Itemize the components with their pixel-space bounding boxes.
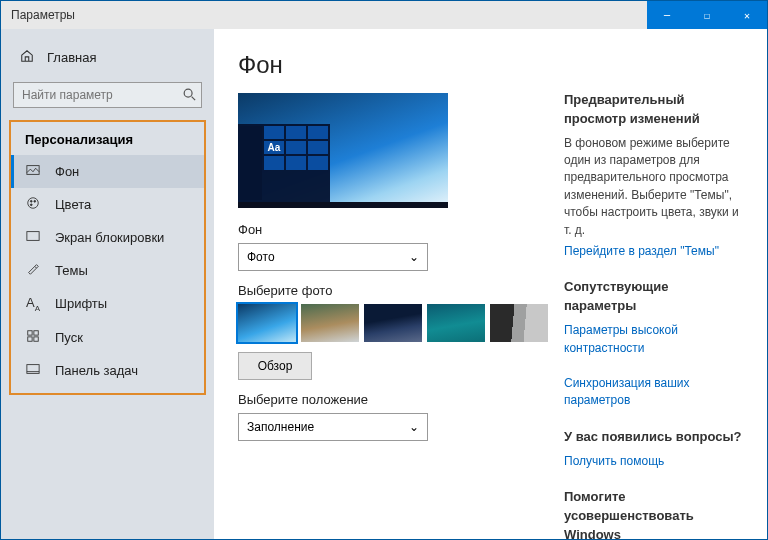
- get-help-link[interactable]: Получить помощь: [564, 453, 743, 470]
- choose-photo-label: Выберите фото: [238, 283, 548, 298]
- fit-select[interactable]: Заполнение ⌄: [238, 413, 428, 441]
- high-contrast-link[interactable]: Параметры высокой контрастности: [564, 322, 743, 357]
- sidebar-item-label: Пуск: [55, 330, 83, 345]
- sidebar-item-label: Темы: [55, 263, 88, 278]
- preview-accent-tile: Aa: [264, 141, 284, 154]
- sidebar-item-label: Цвета: [55, 197, 91, 212]
- window-title: Параметры: [11, 8, 75, 22]
- start-icon: [25, 329, 41, 346]
- photo-thumb-4[interactable]: [427, 304, 485, 342]
- taskbar-icon: [25, 362, 41, 379]
- photo-thumbnails: [238, 304, 548, 342]
- minimize-button[interactable]: ─: [647, 1, 687, 29]
- questions-head: У вас появились вопросы?: [564, 428, 743, 447]
- sidebar-item-label: Экран блокировки: [55, 230, 164, 245]
- svg-rect-9: [34, 330, 38, 334]
- browse-button[interactable]: Обзор: [238, 352, 312, 380]
- sidebar-item-taskbar[interactable]: Панель задач: [11, 354, 204, 387]
- improve-head: Помогите усовершенствовать Windows: [564, 488, 743, 539]
- background-mode-value: Фото: [247, 250, 275, 264]
- sidebar-item-start[interactable]: Пуск: [11, 321, 204, 354]
- search-icon: [182, 87, 196, 104]
- svg-rect-11: [34, 336, 38, 340]
- preview-changes-head: Предварительный просмотр изменений: [564, 91, 743, 129]
- background-preview: Aa: [238, 93, 448, 208]
- category-highlight: Персонализация Фон Цвета Экран блокировк…: [9, 120, 206, 395]
- search-field[interactable]: [13, 82, 202, 108]
- close-button[interactable]: ✕: [727, 1, 767, 29]
- fit-label: Выберите положение: [238, 392, 548, 407]
- sidebar-item-fonts[interactable]: AA Шрифты: [11, 287, 204, 321]
- svg-rect-10: [28, 336, 32, 340]
- photo-thumb-1[interactable]: [238, 304, 296, 342]
- maximize-button[interactable]: ☐: [687, 1, 727, 29]
- fit-value: Заполнение: [247, 420, 314, 434]
- themes-link[interactable]: Перейдите в раздел "Темы": [564, 243, 743, 260]
- background-mode-select[interactable]: Фото ⌄: [238, 243, 428, 271]
- sidebar-item-label: Фон: [55, 164, 79, 179]
- svg-point-0: [184, 89, 192, 97]
- sidebar-item-label: Шрифты: [55, 296, 107, 311]
- fonts-icon: AA: [25, 295, 41, 313]
- sidebar-item-colors[interactable]: Цвета: [11, 188, 204, 221]
- sidebar: Главная Персонализация Фон Цвета: [1, 29, 214, 539]
- page-title: Фон: [238, 51, 548, 79]
- home-label: Главная: [47, 50, 96, 65]
- svg-point-3: [28, 198, 39, 209]
- content-area: Фон Aa Фон Фото ⌄ Выберите фото: [214, 29, 767, 539]
- photo-thumb-2[interactable]: [301, 304, 359, 342]
- svg-point-6: [30, 204, 32, 206]
- category-head: Персонализация: [11, 122, 204, 155]
- titlebar: Параметры ─ ☐ ✕: [1, 1, 767, 29]
- search-input[interactable]: [13, 82, 202, 108]
- svg-rect-7: [27, 232, 39, 241]
- related-head: Сопутствующие параметры: [564, 278, 743, 316]
- palette-icon: [25, 196, 41, 213]
- sidebar-item-label: Панель задач: [55, 363, 138, 378]
- chevron-down-icon: ⌄: [409, 420, 419, 434]
- right-panel: Предварительный просмотр изменений В фон…: [564, 51, 743, 529]
- picture-icon: [25, 163, 41, 180]
- background-label: Фон: [238, 222, 548, 237]
- sidebar-item-background[interactable]: Фон: [11, 155, 204, 188]
- photo-thumb-5[interactable]: [490, 304, 548, 342]
- photo-thumb-3[interactable]: [364, 304, 422, 342]
- svg-point-4: [30, 200, 32, 202]
- sidebar-item-lockscreen[interactable]: Экран блокировки: [11, 221, 204, 254]
- preview-changes-text: В фоновом режиме выберите один из параме…: [564, 135, 743, 239]
- svg-rect-8: [28, 330, 32, 334]
- lockscreen-icon: [25, 229, 41, 246]
- sync-settings-link[interactable]: Синхронизация ваших параметров: [564, 375, 743, 410]
- home-icon: [19, 49, 35, 66]
- home-nav[interactable]: Главная: [1, 43, 214, 72]
- sidebar-item-themes[interactable]: Темы: [11, 254, 204, 287]
- chevron-down-icon: ⌄: [409, 250, 419, 264]
- svg-line-1: [192, 97, 196, 101]
- themes-icon: [25, 262, 41, 279]
- svg-point-5: [34, 200, 36, 202]
